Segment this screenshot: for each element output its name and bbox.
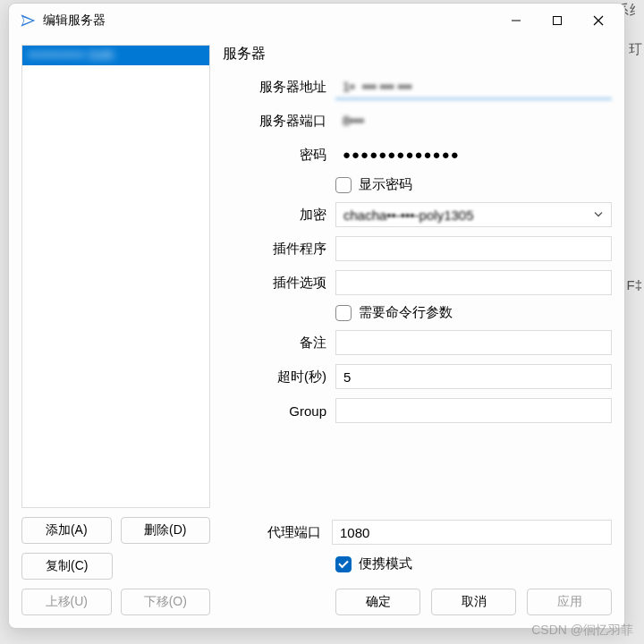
show-password-checkbox[interactable]	[335, 177, 352, 193]
remarks-label: 备注	[228, 335, 326, 352]
apply-button[interactable]: 应用	[527, 589, 612, 615]
server-list[interactable]: •••••••••••••• 3185	[21, 45, 210, 508]
copy-button[interactable]: 复制(C)	[21, 553, 113, 580]
plugin-opts-label: 插件选项	[228, 275, 326, 292]
timeout-input[interactable]	[335, 364, 612, 389]
minimize-button[interactable]	[496, 6, 537, 35]
app-icon	[20, 13, 36, 29]
add-button[interactable]: 添加(A)	[21, 517, 112, 544]
cancel-button[interactable]: 取消	[431, 589, 516, 615]
plugin-label: 插件程序	[228, 241, 326, 258]
group-title: 服务器	[223, 45, 612, 64]
password-label: 密码	[228, 147, 326, 164]
maximize-button[interactable]	[537, 6, 578, 35]
timeout-label: 超时(秒)	[228, 369, 326, 386]
close-button[interactable]	[578, 6, 619, 35]
encryption-value: chacha••-•••-poly1305	[343, 208, 474, 223]
plugin-input[interactable]	[335, 236, 612, 261]
bg-text: F‡	[626, 277, 642, 292]
content: •••••••••••••• 3185 添加(A) 删除(D) 复制(C) 上移…	[9, 38, 624, 628]
need-args-checkbox[interactable]	[335, 305, 352, 321]
server-list-item-label: •••••••••••••• 3185	[28, 48, 114, 62]
proxy-port-input[interactable]	[332, 520, 612, 545]
chevron-down-icon	[593, 208, 604, 223]
encryption-label: 加密	[228, 207, 326, 224]
move-up-button[interactable]: 上移(U)	[21, 589, 112, 615]
port-input[interactable]	[335, 108, 612, 133]
bg-text: 玎	[629, 41, 642, 58]
group-input[interactable]	[335, 398, 612, 423]
delete-button[interactable]: 删除(D)	[121, 517, 211, 544]
move-down-button[interactable]: 下移(O)	[121, 589, 211, 615]
need-args-label: 需要命令行参数	[359, 304, 453, 321]
titlebar: 编辑服务器	[9, 4, 624, 38]
group-label: Group	[228, 403, 326, 419]
address-label: 服务器地址	[228, 79, 326, 96]
svg-rect-1	[554, 17, 562, 25]
server-form: 服务器地址 服务器端口 密码 显示密码	[223, 74, 612, 423]
plugin-opts-input[interactable]	[335, 270, 612, 295]
edit-server-window: 编辑服务器 •••••••••••••• 3185 添加(A) 删除(D) 复制…	[8, 3, 625, 629]
proxy-port-row: 代理端口	[223, 520, 612, 545]
portable-checkbox[interactable]	[335, 556, 352, 572]
password-input[interactable]	[335, 142, 612, 167]
show-password-label: 显示密码	[359, 176, 412, 193]
server-list-item[interactable]: •••••••••••••• 3185	[22, 46, 209, 65]
encryption-select[interactable]: chacha••-•••-poly1305	[335, 202, 612, 227]
port-label: 服务器端口	[228, 113, 326, 130]
remarks-input[interactable]	[335, 330, 612, 355]
proxy-port-label: 代理端口	[223, 524, 321, 541]
portable-label: 便携模式	[359, 555, 412, 572]
ok-button[interactable]: 确定	[335, 589, 420, 615]
left-pane: •••••••••••••• 3185 添加(A) 删除(D) 复制(C) 上移…	[21, 45, 210, 615]
right-pane: 服务器 服务器地址 服务器端口 密码	[223, 45, 612, 615]
watermark: CSDN @徊忆羽菲	[531, 623, 633, 639]
address-input[interactable]	[335, 74, 612, 99]
window-title: 编辑服务器	[43, 13, 106, 29]
